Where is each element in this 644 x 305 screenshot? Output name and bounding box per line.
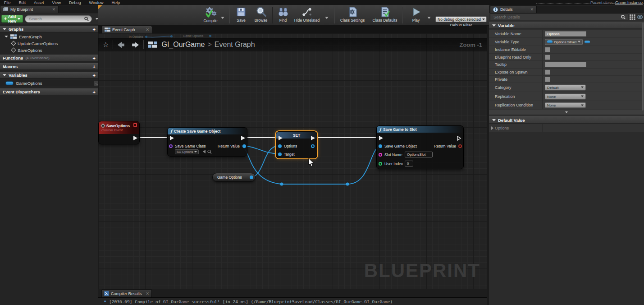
exec-out-pin[interactable] bbox=[133, 136, 137, 140]
tab-compiler-results[interactable]: Compiler Results ✕ bbox=[101, 289, 152, 297]
parent-class-link[interactable]: Game Instance bbox=[615, 0, 643, 5]
nav-back-icon[interactable] bbox=[117, 42, 126, 48]
tab-close-icon[interactable]: ✕ bbox=[146, 28, 149, 32]
container-type-pill-icon[interactable] bbox=[585, 41, 590, 43]
find-button[interactable]: Find bbox=[275, 6, 291, 23]
tab-close-icon[interactable]: ✕ bbox=[530, 7, 534, 12]
compile-options-chevron-icon[interactable] bbox=[221, 17, 224, 19]
menu-help[interactable]: Help bbox=[107, 0, 124, 5]
add-graph-button[interactable]: + bbox=[93, 27, 96, 32]
add-new-button[interactable]: + Add New bbox=[1, 15, 23, 23]
return-value-pin[interactable] bbox=[242, 144, 246, 148]
favorite-star-icon[interactable]: ☆ bbox=[103, 41, 109, 49]
options-out-pin[interactable] bbox=[311, 144, 315, 148]
debug-object-dropdown[interactable]: No debug object selected bbox=[435, 16, 487, 22]
exec-in-pin[interactable] bbox=[170, 136, 174, 140]
menu-file[interactable]: File bbox=[0, 0, 15, 5]
graph-canvas[interactable]: BLUEPRINT In Options Game Options bbox=[98, 33, 487, 289]
class-defaults-button[interactable]: Class Defaults bbox=[370, 6, 400, 23]
instance-editable-checkbox[interactable] bbox=[545, 47, 550, 52]
reroute-node[interactable] bbox=[346, 183, 349, 186]
exec-in-pin[interactable] bbox=[379, 136, 383, 140]
tree-item-eventgraph[interactable]: EventGraph bbox=[0, 33, 103, 40]
section-functions[interactable]: Functions (4 Overridable) + bbox=[0, 55, 98, 61]
details-search-box[interactable] bbox=[490, 14, 628, 20]
tab-event-graph[interactable]: Event Graph ✕ bbox=[101, 26, 152, 33]
menu-window[interactable]: Window bbox=[85, 0, 107, 5]
value-out-pin[interactable] bbox=[250, 176, 253, 179]
section-variables[interactable]: Variables + bbox=[0, 72, 98, 79]
tooltip-field[interactable] bbox=[545, 62, 586, 67]
section-variable[interactable]: Variable bbox=[489, 22, 644, 29]
private-checkbox[interactable] bbox=[545, 77, 550, 82]
exec-out-pin[interactable] bbox=[241, 136, 245, 140]
variable-type-dropdown[interactable]: Options Struct bbox=[545, 39, 583, 45]
blueprint-read-only-checkbox[interactable] bbox=[545, 55, 550, 60]
section-event-dispatchers[interactable]: Event Dispatchers + bbox=[0, 88, 98, 95]
hide-unrelated-button[interactable]: Hide Unrelated bbox=[292, 6, 322, 23]
compile-button[interactable]: Compile bbox=[198, 6, 223, 23]
class-pin[interactable] bbox=[169, 144, 173, 148]
details-search-input[interactable] bbox=[493, 14, 619, 20]
section-graphs[interactable]: Graphs + bbox=[0, 26, 98, 32]
replication-condition-dropdown[interactable]: None bbox=[545, 102, 586, 108]
class-select-dropdown[interactable]: SG Options bbox=[175, 149, 199, 154]
tab-my-blueprint[interactable]: My Blueprint ✕ bbox=[0, 5, 59, 13]
breadcrumb-root[interactable]: GI_OurGame bbox=[161, 41, 205, 48]
expander-icon[interactable] bbox=[492, 119, 496, 121]
menu-debug[interactable]: Debug bbox=[65, 0, 85, 5]
visibility-eye-icon[interactable] bbox=[637, 15, 643, 19]
target-pin[interactable] bbox=[278, 152, 282, 156]
hide-unrelated-chevron-icon[interactable] bbox=[325, 17, 329, 19]
asset-use-browse-icons[interactable] bbox=[202, 149, 213, 154]
expander-icon[interactable] bbox=[3, 28, 6, 30]
section-default-value[interactable]: Default Value bbox=[489, 116, 644, 124]
details-scrollbar[interactable] bbox=[642, 23, 644, 111]
category-dropdown[interactable]: Default bbox=[545, 84, 586, 90]
blueprint-search-box[interactable] bbox=[25, 15, 92, 23]
node-game-options-getter[interactable]: Game Options bbox=[212, 173, 256, 182]
menu-view[interactable]: View bbox=[48, 0, 65, 5]
save-game-object-pin[interactable] bbox=[379, 144, 382, 148]
tab-close-icon[interactable]: ✕ bbox=[146, 291, 149, 296]
expander-icon[interactable] bbox=[5, 36, 8, 37]
exec-out-pin[interactable] bbox=[311, 136, 315, 140]
node-create-save-game-object[interactable]: ƒ Create Save Game Object Save Game Clas… bbox=[167, 127, 247, 157]
advanced-expander-bar[interactable] bbox=[489, 110, 644, 115]
exec-out-pin[interactable] bbox=[457, 136, 461, 141]
variable-row-gameoptions[interactable]: GameOptions bbox=[0, 80, 104, 86]
tree-item-saveoptions[interactable]: SaveOptions bbox=[0, 47, 110, 53]
return-value-pin[interactable] bbox=[458, 144, 462, 148]
slot-name-pin[interactable] bbox=[379, 153, 382, 157]
add-function-button[interactable]: + bbox=[93, 56, 96, 60]
slot-name-input[interactable]: OptionsSlot bbox=[405, 152, 433, 157]
blueprint-search-input[interactable] bbox=[28, 16, 82, 22]
expander-icon[interactable] bbox=[492, 24, 496, 27]
add-variable-button[interactable]: + bbox=[93, 73, 96, 78]
node-saveoptions-event[interactable]: SaveOptions Custom Event bbox=[98, 121, 140, 144]
tab-close-icon[interactable]: ✕ bbox=[52, 7, 55, 12]
browse-button[interactable]: Browse bbox=[251, 6, 271, 23]
section-macros[interactable]: Macros + bbox=[0, 63, 98, 70]
variable-name-field[interactable]: Options bbox=[545, 31, 586, 37]
user-index-input[interactable]: 0 bbox=[405, 161, 413, 166]
menu-edit[interactable]: Edit bbox=[15, 0, 30, 5]
save-button[interactable]: Save bbox=[233, 6, 250, 23]
default-value-options-row[interactable]: Options bbox=[489, 124, 644, 132]
add-event-dispatcher-button[interactable]: + bbox=[93, 90, 96, 94]
options-in-pin[interactable] bbox=[278, 144, 282, 148]
class-settings-button[interactable]: Class Settings bbox=[338, 6, 367, 23]
tree-item-updategameoptions[interactable]: UpdateGameOptions bbox=[0, 40, 110, 46]
expander-right-icon[interactable] bbox=[491, 126, 493, 130]
exec-in-pin[interactable] bbox=[279, 136, 283, 140]
expose-on-spawn-checkbox[interactable] bbox=[545, 69, 550, 75]
reroute-node[interactable] bbox=[280, 183, 283, 186]
property-matrix-icon[interactable] bbox=[630, 14, 635, 20]
play-options-chevron-icon[interactable] bbox=[427, 17, 431, 19]
nav-forward-icon[interactable] bbox=[130, 42, 139, 48]
tab-details[interactable]: Details ✕ bbox=[490, 5, 537, 13]
expander-icon[interactable] bbox=[3, 74, 6, 76]
user-index-pin[interactable] bbox=[379, 162, 382, 166]
node-save-game-to-slot[interactable]: ƒ Save Game to Slot Save Game Object Ret… bbox=[376, 125, 464, 169]
add-macro-button[interactable]: + bbox=[93, 65, 96, 69]
